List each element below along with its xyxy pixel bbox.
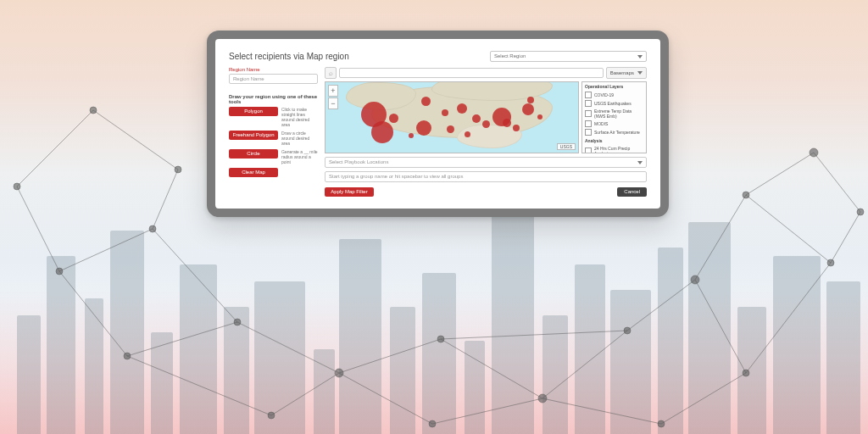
circle-hint: Generate a __ mile radius around a point <box>281 149 318 164</box>
layers-header: Operational Layers <box>582 82 646 91</box>
draw-tools-title: Draw your region using one of these tool… <box>229 94 318 104</box>
circle-button[interactable]: Circle <box>229 149 278 159</box>
search-icon[interactable]: ⌕ <box>325 67 337 79</box>
checkbox-icon[interactable] <box>585 100 592 107</box>
clear-map-button[interactable]: Clear Map <box>229 168 278 177</box>
map-column: ⌕ Basemaps <box>325 67 647 197</box>
zoom-out-button[interactable]: − <box>328 97 338 109</box>
layer-item[interactable]: Extreme Temp Data (NWS Emb) <box>582 108 646 120</box>
layer-item[interactable]: Surface Air Temperature <box>582 128 646 136</box>
polygon-hint: Click to make straight lines around desi… <box>281 107 318 127</box>
apply-filter-button[interactable]: Apply Map Filter <box>325 187 374 197</box>
map-attribution: USGS <box>557 143 576 150</box>
city-skyline <box>0 180 868 434</box>
layer-item[interactable]: COVID-19 <box>582 91 646 99</box>
checkbox-icon[interactable] <box>585 147 592 153</box>
checkbox-icon[interactable] <box>585 120 592 127</box>
cancel-button[interactable]: Cancel <box>617 187 647 197</box>
playbook-locations-dropdown[interactable]: Select Playbook Locations <box>325 157 647 168</box>
freehand-hint: Draw a circle around desired area <box>281 131 318 146</box>
page-title: Select recipients via Map region <box>229 52 349 61</box>
basemap-dropdown[interactable]: Basemaps <box>606 67 647 79</box>
left-sidebar: Region Name Region Name Draw your region… <box>229 67 318 197</box>
analysis-header: Analysis <box>582 136 646 145</box>
region-select-dropdown[interactable]: Select Region <box>490 51 647 62</box>
zoom-controls: + − <box>328 85 338 109</box>
checkbox-icon[interactable] <box>585 129 592 136</box>
checkbox-icon[interactable] <box>585 110 592 117</box>
checkbox-icon[interactable] <box>585 92 592 98</box>
layer-item[interactable]: 24 Hrs Cum Precip Analysis <box>582 145 646 153</box>
layer-item[interactable]: MODIS <box>582 120 646 128</box>
freehand-button[interactable]: Freehand Polygon <box>229 131 278 140</box>
device-frame: Select recipients via Map region Select … <box>207 31 669 217</box>
map-canvas[interactable]: + − USGS <box>325 81 579 153</box>
map-search-input[interactable] <box>339 68 604 78</box>
zoom-in-button[interactable]: + <box>328 85 338 97</box>
group-search-input[interactable]: Start typing a group name or hit spaceba… <box>325 171 647 182</box>
polygon-button[interactable]: Polygon <box>229 107 278 116</box>
panel: Select recipients via Map region Select … <box>215 39 660 209</box>
region-name-label: Region Name <box>229 67 318 72</box>
layer-item[interactable]: USGS Earthquakes <box>582 99 646 108</box>
layers-panel: Layers Operational Layers COVID-19 USGS … <box>581 81 647 153</box>
region-name-input[interactable]: Region Name <box>229 74 318 84</box>
